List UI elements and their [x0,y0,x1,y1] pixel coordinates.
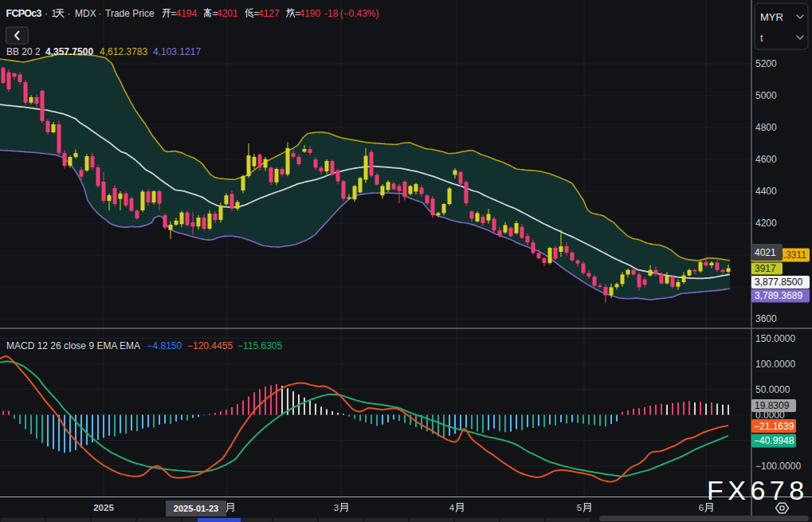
svg-text:4,357.7500: 4,357.7500 [45,46,93,57]
svg-text:4,612.3783: 4,612.3783 [100,46,147,57]
svg-text:3917: 3917 [755,263,776,274]
svg-text:3600: 3600 [755,313,777,324]
svg-text:5000: 5000 [755,90,777,101]
svg-text:19.8309: 19.8309 [755,400,790,411]
svg-text:−40.9948: −40.9948 [754,435,794,446]
svg-text:2025-01-23: 2025-01-23 [174,504,218,513]
svg-text:−100.0000: −100.0000 [755,461,801,472]
svg-text:4200: 4200 [755,218,777,229]
svg-text:-18: -18 [324,8,339,19]
svg-text:150.0000: 150.0000 [755,333,795,344]
svg-text:2025: 2025 [93,503,114,512]
svg-text:FCPOc3: FCPOc3 [6,8,42,19]
svg-text:FX678: FX678 [707,475,809,505]
svg-text:6: 6 [699,503,704,512]
svg-text:·: · [68,8,71,19]
svg-text:·: · [99,8,102,19]
svg-text:Trade Price: Trade Price [105,8,155,19]
svg-text:4201: 4201 [217,8,238,19]
svg-text:4194: 4194 [176,8,198,19]
svg-text:4190: 4190 [300,8,321,19]
svg-text:4600: 4600 [755,154,777,165]
svg-text:3,877.8500: 3,877.8500 [755,277,802,288]
svg-text:4400: 4400 [755,186,777,197]
svg-text:3,789.3689: 3,789.3689 [755,290,802,301]
svg-text:4127: 4127 [258,8,280,19]
svg-text:5200: 5200 [755,58,777,69]
svg-text:BB 20 2: BB 20 2 [6,46,41,57]
svg-text:MYR: MYR [760,11,783,23]
svg-text:−115.6305: −115.6305 [237,340,282,351]
svg-text:5: 5 [577,503,582,512]
svg-text:−120.4455: −120.4455 [187,340,233,351]
svg-text:4021: 4021 [755,247,776,258]
svg-text:4800: 4800 [755,122,777,133]
svg-text:t: t [760,32,763,44]
svg-text:100.0000: 100.0000 [755,359,795,370]
svg-text:MACD 12 26 close 9 EMA EMA: MACD 12 26 close 9 EMA EMA [6,340,140,351]
svg-text:−4.8150: −4.8150 [147,340,182,351]
svg-text:4: 4 [449,503,455,512]
svg-text:3: 3 [334,503,339,512]
svg-text:(−0.43%): (−0.43%) [340,8,379,19]
svg-text:4,103.1217: 4,103.1217 [153,46,201,57]
svg-text:−21.1639: −21.1639 [754,421,794,432]
svg-text:MDX: MDX [75,8,96,19]
svg-text:·: · [45,8,48,19]
svg-text:50.0000: 50.0000 [755,384,790,395]
